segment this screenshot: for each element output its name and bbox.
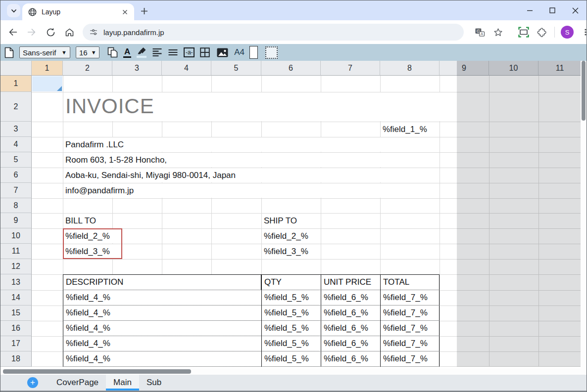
horizontal-scrollbar-thumb[interactable] — [3, 369, 191, 374]
line-description-cell[interactable]: %field_4_% — [63, 305, 261, 321]
row-header-7[interactable]: 7 — [0, 183, 32, 198]
insert-image-button[interactable] — [217, 48, 228, 57]
close-window-button[interactable] — [564, 0, 587, 20]
line-unit-price-cell[interactable]: %field_6_% — [321, 290, 381, 305]
new-page-button[interactable] — [4, 47, 14, 58]
col-header-6[interactable]: 6 — [261, 61, 321, 76]
line-qty-cell[interactable]: %field_5_% — [261, 321, 321, 336]
cell-handle-icon[interactable] — [57, 86, 62, 91]
vertical-scrollbar[interactable] — [581, 61, 587, 368]
horizontal-scrollbar[interactable] — [0, 368, 587, 375]
font-size-select[interactable]: 16 ▼ — [76, 46, 99, 58]
line-total-cell[interactable]: %field_7_% — [380, 290, 440, 305]
row-header-13[interactable]: 13 — [0, 274, 32, 290]
line-description-cell[interactable]: %field_4_% — [63, 321, 261, 336]
row-header-11[interactable]: 11 — [0, 244, 32, 259]
vertical-align-button[interactable] — [168, 49, 178, 56]
line-qty-cell[interactable]: %field_5_% — [261, 290, 321, 305]
row-header-18[interactable]: 18 — [0, 351, 32, 367]
line-unit-price-cell[interactable]: %field_6_% — [321, 305, 381, 321]
forward-button[interactable] — [25, 26, 38, 39]
line-qty-cell[interactable]: %field_5_% — [261, 305, 321, 321]
ship-to-label-cell[interactable]: SHIP TO — [262, 214, 320, 228]
url-text[interactable]: layup.pandafirm.jp — [103, 28, 164, 37]
email-cell[interactable]: info@pandafirm.jp — [63, 183, 439, 198]
maximize-button[interactable] — [541, 0, 564, 20]
row-header-9[interactable]: 9 — [0, 213, 32, 228]
row-header-10[interactable]: 10 — [0, 228, 32, 244]
line-total-cell[interactable]: %field_7_% — [380, 321, 440, 336]
col-header-5[interactable]: 5 — [211, 61, 261, 76]
col-header-3[interactable]: 3 — [112, 61, 162, 76]
address-line2-cell[interactable]: Aoba-ku, Sendai-shi, Miyagi 980-0014, Ja… — [63, 168, 439, 182]
row-header-6[interactable]: 6 — [0, 168, 32, 183]
tab-search-button[interactable] — [7, 4, 20, 17]
row-header-8[interactable]: 8 — [0, 198, 32, 213]
table-header-description[interactable]: DESCRIPTION — [63, 274, 261, 290]
translate-button[interactable]: G A — [473, 26, 486, 39]
reload-button[interactable] — [44, 26, 57, 39]
selected-cell[interactable] — [32, 76, 62, 91]
table-header-total[interactable]: TOTAL — [380, 274, 440, 290]
line-description-cell[interactable]: %field_4_% — [63, 336, 261, 351]
fill-color-button[interactable] — [137, 47, 147, 58]
back-button[interactable] — [6, 26, 19, 39]
row-header-1[interactable]: 1 — [0, 76, 32, 92]
row-header-16[interactable]: 16 — [0, 321, 32, 336]
screenshot-extension-button[interactable] — [517, 26, 530, 39]
row-header-3[interactable]: 3 — [0, 122, 32, 137]
browser-tab[interactable]: Layup — [22, 3, 134, 20]
line-total-cell[interactable]: %field_7_% — [380, 336, 440, 351]
extensions-button[interactable] — [536, 26, 548, 39]
ship-field-2-cell[interactable]: %field_2_% — [262, 229, 320, 243]
borders-button[interactable] — [200, 47, 210, 57]
text-fit-button[interactable]: -a- — [184, 47, 195, 57]
field-selection-box[interactable] — [63, 228, 122, 259]
paper-size-label[interactable]: A4 — [234, 47, 245, 57]
line-unit-price-cell[interactable]: %field_6_% — [321, 351, 381, 367]
ship-field-3-cell[interactable]: %field_3_% — [262, 244, 320, 259]
corner-cell[interactable] — [0, 61, 32, 76]
home-button[interactable] — [63, 26, 76, 39]
row-header-14[interactable]: 14 — [0, 290, 32, 305]
col-header-1[interactable]: 1 — [32, 61, 63, 76]
sheet-tab-sub[interactable]: Sub — [139, 375, 169, 391]
col-header-2[interactable]: 2 — [63, 61, 112, 76]
add-sheet-button[interactable]: + — [27, 377, 38, 388]
row-header-5[interactable]: 5 — [0, 152, 32, 168]
row-header-17[interactable]: 17 — [0, 336, 32, 351]
page-orientation-button[interactable] — [249, 46, 258, 59]
line-description-cell[interactable]: %field_4_% — [63, 290, 261, 305]
line-unit-price-cell[interactable]: %field_6_% — [321, 321, 381, 336]
line-unit-price-cell[interactable]: %field_6_% — [321, 336, 381, 351]
line-total-cell[interactable]: %field_7_% — [380, 305, 440, 321]
copy-format-button[interactable] — [107, 47, 118, 58]
new-tab-button[interactable] — [138, 5, 150, 17]
col-header-4[interactable]: 4 — [162, 61, 211, 76]
line-description-cell[interactable]: %field_4_% — [63, 351, 261, 367]
vertical-scrollbar-thumb[interactable] — [582, 61, 586, 121]
table-header-qty[interactable]: QTY — [261, 274, 321, 290]
address-line1-cell[interactable]: Room 603, 1-5-28 Honcho, — [63, 153, 439, 167]
row-header-2[interactable]: 2 — [0, 92, 32, 122]
row-header-4[interactable]: 4 — [0, 137, 32, 152]
col-header-7[interactable]: 7 — [321, 61, 380, 76]
row-header-15[interactable]: 15 — [0, 305, 32, 321]
col-header-8[interactable]: 8 — [380, 61, 440, 76]
bill-to-label-cell[interactable]: BILL TO — [63, 214, 112, 228]
align-button[interactable] — [152, 48, 162, 57]
invoice-title-cell[interactable]: INVOICE — [63, 92, 440, 121]
table-header-unit-price[interactable]: UNIT PRICE — [321, 274, 381, 290]
browser-menu-button[interactable] — [579, 26, 587, 39]
line-total-cell[interactable]: %field_7_% — [380, 351, 440, 367]
address-bar[interactable]: layup.pandafirm.jp — [83, 24, 464, 41]
row-header-12[interactable]: 12 — [0, 259, 32, 274]
field-1-cell[interactable]: %field_1_% — [381, 122, 439, 136]
line-qty-cell[interactable]: %field_5_% — [261, 336, 321, 351]
profile-avatar[interactable]: S — [561, 26, 574, 39]
bookmark-button[interactable] — [491, 26, 504, 39]
sheet-tab-coverpage[interactable]: CoverPage — [49, 375, 106, 391]
minimize-button[interactable] — [518, 0, 541, 20]
company-name-cell[interactable]: Pandafirm .LLC — [63, 137, 439, 152]
sheet-tab-main[interactable]: Main — [106, 375, 139, 391]
